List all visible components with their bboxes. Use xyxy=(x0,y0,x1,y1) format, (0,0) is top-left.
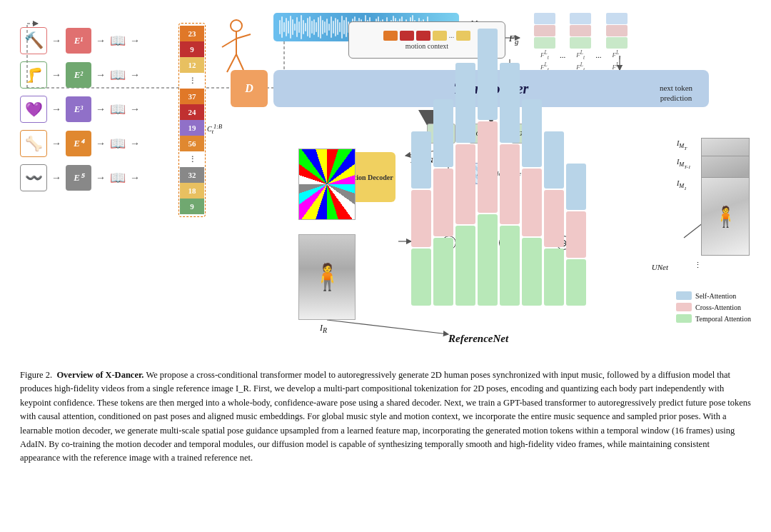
pose-row-5: 〰️ → E⁵ → 📖 → xyxy=(20,164,177,191)
unet-block-ca-8 xyxy=(566,211,586,258)
token-9: 9 xyxy=(180,41,204,57)
unet-col-5 xyxy=(500,63,520,306)
token-24: 24 xyxy=(180,104,204,120)
unet-col-8 xyxy=(566,164,586,306)
unet-col-7 xyxy=(544,131,564,306)
left-panel: 🔨 → E¹ → 📖 → 🦵 → E² → 📖 → 💜 → E³ xyxy=(20,27,177,199)
unet-block-ta-2 xyxy=(433,238,453,306)
pose-icon-1: 🔨 xyxy=(20,27,47,54)
arrow-1: → xyxy=(51,35,61,46)
legend-label-self-attention: Self-Attention xyxy=(695,292,736,300)
unet-block-ta-4 xyxy=(478,214,498,306)
unet-block-sa-2 xyxy=(433,99,453,167)
unet-block-ta-5 xyxy=(500,226,520,306)
unet-block-ca-3 xyxy=(455,144,475,224)
arrow-4b: → xyxy=(96,138,106,149)
unet-block-ca-5 xyxy=(500,144,520,224)
book-icon-2: 📖 xyxy=(110,67,126,83)
pose-row-3: 💜 → E³ → 📖 → xyxy=(20,96,177,123)
token-12: 12 xyxy=(180,57,204,73)
unet-block-ca-1 xyxy=(411,190,431,247)
legend-color-temporal-attention xyxy=(676,314,692,323)
token-dots1: ⋮ xyxy=(180,73,204,89)
unet-block-sa-1 xyxy=(411,131,431,189)
legend-item-temporal-attention: Temporal Attention xyxy=(676,314,751,323)
caption-text: We propose a cross-conditional transform… xyxy=(20,370,751,463)
token-19: 19 xyxy=(180,120,204,136)
decoder-box: D xyxy=(231,70,268,107)
unet-block-ta-1 xyxy=(411,249,431,306)
arrow-2: → xyxy=(51,69,61,81)
arrow-3c: → xyxy=(130,104,140,115)
legend-label-temporal-attention: Temporal Attention xyxy=(695,315,751,323)
unet-block-ca-4 xyxy=(478,121,498,213)
arrow-1c: → xyxy=(130,35,140,46)
arrow-5b: → xyxy=(96,172,106,184)
arrow-3b: → xyxy=(96,104,106,115)
figure-title: Overview of X-Dancer. xyxy=(56,370,143,380)
legend-color-cross-attention xyxy=(676,303,692,311)
pose-icon-3: 💜 xyxy=(20,96,47,123)
unet-block-ta-3 xyxy=(455,226,475,306)
pose-row-2: 🦵 → E² → 📖 → xyxy=(20,61,177,89)
unet-block-ca-6 xyxy=(522,169,542,236)
pose-icon-5: 〰️ xyxy=(20,164,47,191)
book-icon-3: 📖 xyxy=(110,101,126,117)
refnet-label: ReferenceNet xyxy=(448,333,508,345)
noise-thumbnail xyxy=(298,149,356,220)
unet-col-4 xyxy=(478,29,498,306)
legend-item-cross-attention: Cross-Attention xyxy=(676,303,751,311)
unet-block-ta-6 xyxy=(522,238,542,306)
book-icon-4: 📖 xyxy=(110,136,126,151)
motion-context-label: motion context xyxy=(405,42,448,50)
svg-point-15 xyxy=(231,20,242,31)
arrow-2c: → xyxy=(130,69,140,81)
book-icon-1: 📖 xyxy=(110,33,126,49)
output-label-m1: IM1 xyxy=(677,179,687,191)
arrow-5c: → xyxy=(130,172,140,184)
token-32: 32 xyxy=(180,167,204,183)
token-37: 37 xyxy=(180,89,204,104)
arrow-5: → xyxy=(51,172,61,184)
pose-row-4: 🦴 → E⁴ → 📖 → xyxy=(20,130,177,157)
unet-col-2 xyxy=(433,99,453,306)
unet-col-1 xyxy=(411,131,431,306)
arrow-4c: → xyxy=(130,138,140,149)
unet-block-sa-7 xyxy=(544,131,564,189)
legend-color-self-attention xyxy=(676,291,692,300)
legend: Self-Attention Cross-Attention Temporal … xyxy=(676,291,751,323)
unet-block-ta-8 xyxy=(566,259,586,306)
fg-label: Fg xyxy=(509,33,518,46)
svg-line-17 xyxy=(222,39,236,47)
svg-line-18 xyxy=(236,34,251,39)
pose-icon-2: 🦵 xyxy=(20,61,47,89)
unet-columns xyxy=(411,206,675,306)
output-image-m1: 🧍 xyxy=(701,177,750,256)
arrow-2b: → xyxy=(96,69,106,81)
diagram: ♪ Mt → ... motion context Fg FLt F xyxy=(20,13,751,363)
reference-image: 🧍 xyxy=(298,234,356,320)
arrow-1b: → xyxy=(96,35,106,46)
encoder-box-5: E⁵ xyxy=(66,165,91,191)
unet-block-sa-6 xyxy=(522,99,542,167)
output-images: 🧍 🧍 🧍 IMT IMT-1 IM1 ⋮ xyxy=(692,138,750,281)
motion-context-tokens: ... xyxy=(383,31,471,41)
legend-label-cross-attention: Cross-Attention xyxy=(695,303,741,311)
unet-block-sa-5 xyxy=(500,63,520,143)
unet-block-sa-4 xyxy=(478,29,498,120)
ir-label: IR xyxy=(320,323,327,334)
unet-label: UNet xyxy=(652,263,668,271)
output-label-mt: IMT xyxy=(677,139,687,151)
encoder-box-1: E¹ xyxy=(66,28,91,54)
pose-row-1: 🔨 → E¹ → 📖 → xyxy=(20,27,177,54)
unet-block-ca-2 xyxy=(433,169,453,236)
token-23: 23 xyxy=(180,26,204,41)
output-label-mt1: IMT-1 xyxy=(677,158,690,170)
output-dots: ⋮ xyxy=(694,261,702,270)
encoder-box-3: E³ xyxy=(66,96,91,122)
next-token-prediction-label: next token prediction xyxy=(640,83,712,104)
unet-area: UNet xyxy=(411,206,675,323)
unet-block-sa-3 xyxy=(455,63,475,143)
page: ♪ Mt → ... motion context Fg FLt F xyxy=(0,0,771,478)
pose-icon-4: 🦴 xyxy=(20,130,47,157)
